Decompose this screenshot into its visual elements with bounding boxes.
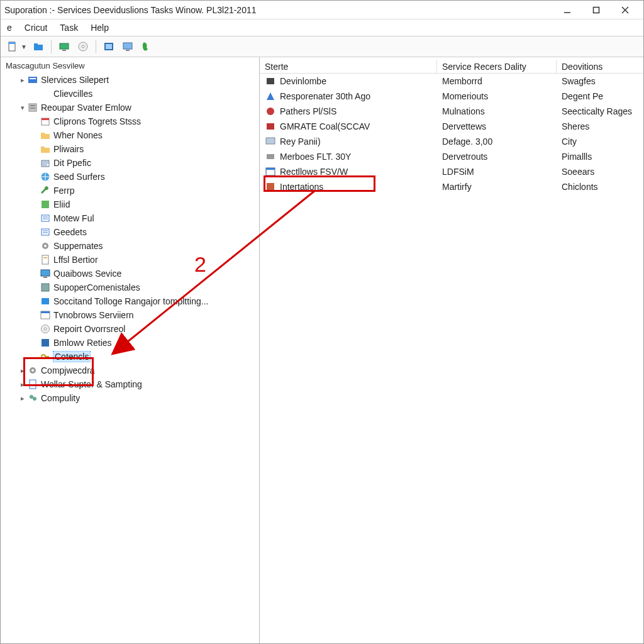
- svg-rect-9: [62, 50, 66, 51]
- toolbar-picture-button[interactable]: [101, 39, 116, 54]
- svg-rect-15: [126, 50, 130, 51]
- list-row[interactable]: Merboes FLT. 30YDervetroutsPimallls: [260, 149, 643, 164]
- list-row[interactable]: GMRATE Coal(SCCAVDervettewsSheres: [260, 119, 643, 134]
- tree-item-label: Geedets: [53, 227, 87, 237]
- list-cell: Dervetrouts: [437, 152, 557, 162]
- users-icon: [27, 392, 38, 404]
- server-icon: [27, 102, 38, 113]
- folder-icon: [40, 130, 51, 141]
- maximize-button[interactable]: [582, 1, 611, 19]
- tree-item[interactable]: Cliprons Togrets Stsss: [3, 114, 259, 128]
- list-cell-name: Rey Panii): [280, 136, 321, 147]
- list-icon: [40, 226, 51, 238]
- list-row[interactable]: DevinlombeMemborrdSwagfes: [260, 74, 643, 89]
- toolbar-separator: [96, 40, 96, 53]
- blue2-icon: [40, 337, 51, 348]
- tree-item[interactable]: ▸Compulity: [3, 391, 259, 405]
- close-button[interactable]: [611, 1, 640, 19]
- menu-item[interactable]: Cricut: [25, 23, 48, 33]
- toolbar-monitor-button[interactable]: [120, 39, 135, 54]
- svg-rect-31: [42, 215, 49, 221]
- toolbar-folder-button[interactable]: [31, 39, 46, 54]
- svg-rect-13: [106, 44, 112, 49]
- tree-item[interactable]: SupoperComenistales: [3, 280, 259, 294]
- svg-rect-22: [42, 118, 49, 120]
- tree-item[interactable]: Quaibows Sevice: [3, 267, 259, 280]
- list-panel: Sterte Service Recers Dality Deovitions …: [260, 57, 643, 643]
- list-cell: Sheres: [557, 121, 643, 131]
- tree-item[interactable]: Geedets: [3, 225, 259, 239]
- tree-item-label: Motew Ful: [53, 213, 94, 223]
- tree-item[interactable]: Pliwairs: [3, 142, 259, 156]
- column-header[interactable]: Service Recers Dality: [437, 60, 557, 73]
- tree-item[interactable]: Motew Ful: [3, 211, 259, 225]
- column-header[interactable]: Sterte: [260, 60, 437, 73]
- tree-item[interactable]: Wher Nones: [3, 128, 259, 142]
- menu-item[interactable]: Task: [60, 23, 78, 33]
- server2-icon: [40, 282, 51, 293]
- tree-item[interactable]: Eliid: [3, 197, 259, 211]
- list-row[interactable]: Pathers Pl/SlSMulnationsSeecticalty Rage…: [260, 104, 643, 119]
- tree-twist-icon[interactable]: ▸: [18, 394, 27, 402]
- tree-item-label: Dit Ppefic: [53, 158, 91, 168]
- body: Mascagutun Sesvilew ▸Slervices SilepertC…: [1, 57, 643, 643]
- blank-icon: [40, 88, 51, 99]
- tree-twist-icon[interactable]: ▾: [18, 104, 27, 112]
- tree-item-label: Pliwairs: [53, 144, 84, 154]
- tree-item[interactable]: Seed Surfers: [3, 170, 259, 184]
- svg-rect-6: [34, 45, 43, 50]
- toolbar-desktop-button[interactable]: [57, 39, 72, 54]
- tree-item[interactable]: ▾Reoupar Svater Emlow: [3, 101, 259, 114]
- tree-item[interactable]: Bmlowv Reties: [3, 336, 259, 350]
- tree-item[interactable]: Lffsl Bertior: [3, 253, 259, 267]
- wrench-icon: [40, 185, 51, 196]
- tree-item[interactable]: Suppemates: [3, 239, 259, 253]
- svg-rect-49: [42, 339, 49, 347]
- toolbar-run-button[interactable]: [139, 39, 154, 54]
- menu-item[interactable]: e: [7, 23, 12, 33]
- menu-item[interactable]: Help: [91, 23, 109, 33]
- chevron-down-icon[interactable]: ▼: [21, 43, 27, 50]
- tree-item[interactable]: Ferrp: [3, 184, 259, 197]
- tree-item[interactable]: Dit Ppefic: [3, 156, 259, 170]
- svc-dark-icon: [265, 75, 276, 87]
- svg-rect-62: [267, 154, 274, 159]
- tree-item[interactable]: Tvnobrows Serviiern: [3, 308, 259, 322]
- list-row[interactable]: Resporenater 30th AgoMomerioutsDegent Pe: [260, 89, 643, 104]
- tree-item[interactable]: Soccitand Tolloge Rangajor tompltting...: [3, 294, 259, 308]
- folder-icon: [33, 42, 43, 52]
- minimize-icon: [564, 6, 571, 14]
- window-controls: [553, 1, 640, 19]
- svg-rect-57: [267, 78, 274, 84]
- svc-gray-icon: [265, 151, 276, 162]
- tree-twist-icon[interactable]: ▸: [18, 76, 27, 84]
- toolbar-doc-button[interactable]: [4, 39, 19, 54]
- globe-icon: [40, 171, 51, 182]
- svc-blue-icon: [265, 91, 276, 102]
- svg-rect-16: [28, 77, 37, 83]
- svg-rect-64: [266, 168, 275, 170]
- list-cell-name: Pathers Pl/SlS: [280, 106, 336, 116]
- list-cell: LDFSiM: [437, 167, 557, 177]
- toolbar-cd-button[interactable]: [75, 39, 91, 54]
- list-row[interactable]: Rey Panii)Defage. 3,00City: [260, 134, 643, 149]
- svg-rect-43: [42, 284, 49, 291]
- svc-red-icon: [265, 106, 276, 117]
- svg-marker-58: [267, 92, 274, 100]
- svg-rect-60: [267, 123, 274, 130]
- tree-item[interactable]: Clievcilles: [3, 87, 259, 101]
- blue-icon: [40, 296, 51, 307]
- monitor-icon: [123, 42, 133, 52]
- annotation-box-list: [264, 175, 375, 192]
- minimize-button[interactable]: [553, 1, 582, 19]
- tree-item[interactable]: Repoirt Ovorrsreol: [3, 322, 259, 336]
- tree-item[interactable]: ▸Slervices Silepert: [3, 73, 259, 87]
- svg-rect-61: [266, 138, 275, 144]
- svg-point-28: [47, 164, 49, 166]
- titlebar: Suporation :- Services Deeviduslions Tas…: [1, 1, 643, 19]
- list-cell: Pimallls: [557, 152, 643, 162]
- column-header[interactable]: Deovitions: [557, 60, 643, 73]
- app-window: Suporation :- Services Deeviduslions Tas…: [0, 0, 644, 644]
- svg-rect-1: [594, 7, 599, 13]
- services-icon: [27, 74, 38, 86]
